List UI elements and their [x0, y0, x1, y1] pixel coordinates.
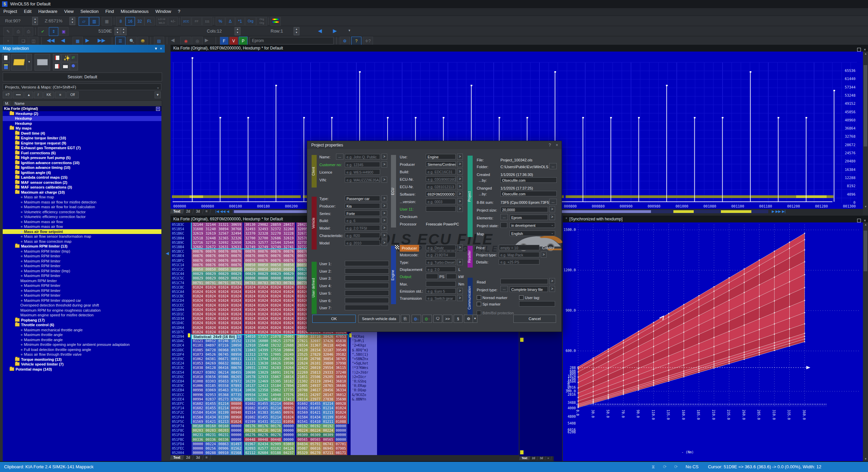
- hex-cell[interactable]: 00876: [244, 258, 257, 263]
- hex-cell[interactable]: 11843: [244, 348, 257, 352]
- hex-row[interactable]: 051E840100803303056530797210239124691530…: [171, 379, 519, 383]
- menu-item-project[interactable]: Project: [0, 8, 20, 15]
- prev-version-button[interactable]: ◀: [171, 37, 175, 43]
- hex-cell[interactable]: 01085: [192, 348, 204, 352]
- hex-cell[interactable]: 01024: [244, 326, 257, 330]
- filter-button-1[interactable]: ••••: [13, 92, 24, 98]
- field-input[interactable]: e.g. 03G906016GN: [426, 176, 456, 182]
- hex-cell[interactable]: 14818: [270, 397, 282, 401]
- size-field[interactable]: 20,0000: [500, 207, 548, 212]
- hex-cell[interactable]: 30130: [244, 222, 257, 227]
- hex-cell[interactable]: 00216: [270, 428, 282, 433]
- settings-dropdown-icon[interactable]: ▼: [473, 315, 477, 323]
- hex-cell[interactable]: 00829: [204, 276, 217, 280]
- filter-button-2[interactable]: ▲: [24, 92, 33, 98]
- hex-cell[interactable]: 01024: [335, 406, 348, 410]
- output-kw-field[interactable]: [446, 274, 456, 279]
- tree-folder-row[interactable]: Maximum air charge (10): [3, 190, 161, 195]
- hex-cell[interactable]: 09832: [244, 397, 257, 401]
- next-value-button[interactable]: >: [381, 161, 387, 168]
- hex-cell[interactable]: 04126: [282, 446, 295, 451]
- original-button[interactable]: Org: [245, 17, 256, 26]
- hex-cell[interactable]: 00448: [270, 437, 282, 442]
- hex-cell[interactable]: 13704: [257, 357, 270, 361]
- hex-cell[interactable]: 01455: [309, 401, 322, 406]
- hex-cell[interactable]: 01024: [204, 303, 217, 308]
- tree-folder-row[interactable]: Engine torque limiter (10): [3, 136, 161, 141]
- hex-cell[interactable]: 03656: [204, 375, 217, 379]
- prev-diff-button[interactable]: ◀: [318, 28, 322, 34]
- hex-cell[interactable]: 25119: [309, 379, 322, 383]
- hex-cell[interactable]: 00808: [282, 276, 295, 280]
- hex-cell[interactable]: 01410: [309, 419, 322, 424]
- hex-cell[interactable]: 01562: [230, 446, 243, 451]
- hex-cell[interactable]: 01569: [192, 419, 204, 424]
- hex-cell[interactable]: 01024: [244, 308, 257, 312]
- settings-icon[interactable]: ⚙: [464, 315, 473, 323]
- hex-cell[interactable]: 29800: [322, 361, 335, 366]
- next-value-button[interactable]: >: [457, 295, 463, 301]
- tree-map-row[interactable]: ✳Maximum RPM limiter (Imp): [3, 249, 161, 254]
- tree-folder-row[interactable]: Lambda control maps (15): [3, 175, 161, 180]
- zoom-spinner[interactable]: ▲▼: [70, 17, 75, 25]
- hex-cell[interactable]: 01024: [217, 308, 230, 312]
- read-next-button[interactable]: >: [549, 278, 555, 284]
- field-input[interactable]: e.g. 0003: [426, 199, 456, 204]
- hex-cell[interactable]: 04728: [204, 348, 217, 352]
- hex-cell[interactable]: 01024: [217, 298, 230, 303]
- save-icon[interactable]: [2, 62, 10, 71]
- hex-cell[interactable]: 20411: [296, 393, 309, 397]
- windows-icon[interactable]: ❏: [19, 37, 28, 45]
- row-field[interactable]: Row:1: [271, 26, 283, 36]
- overview-vscrollbar[interactable]: ▲ ▼: [863, 52, 868, 215]
- hex-cell[interactable]: 00829: [282, 272, 295, 276]
- hex-cell[interactable]: 12302: [257, 393, 270, 397]
- legal-button[interactable]: §: [454, 315, 462, 323]
- hex-cell[interactable]: 01024: [204, 285, 217, 290]
- hex-cell[interactable]: 02112: [244, 451, 257, 455]
- hex-cell[interactable]: 00000: [335, 437, 348, 442]
- hex-cell[interactable]: 01024: [270, 294, 282, 298]
- hex-cell[interactable]: 00910: [217, 451, 230, 455]
- hex-cell[interactable]: 01024: [270, 298, 282, 303]
- hex-cell[interactable]: 00976: [282, 410, 295, 415]
- resize-toggle-button[interactable]: ⇕: [49, 27, 58, 36]
- map-marker-yellow[interactable]: [520, 450, 524, 454]
- hex-cell[interactable]: 01213: [322, 410, 335, 415]
- ff-view-button[interactable]: FF: [192, 17, 202, 26]
- edit-window-button[interactable]: ▤: [154, 37, 164, 45]
- hex-cell[interactable]: 01024: [217, 316, 230, 321]
- sign-button[interactable]: +/-: [168, 17, 178, 26]
- hex-cell[interactable]: 20708: [296, 388, 309, 392]
- hex-cell[interactable]: 01024: [204, 316, 217, 321]
- tree-map-row[interactable]: ✳Mass air flow setpoint: [3, 229, 161, 234]
- download-globe-icon[interactable]: ◍↓: [412, 315, 421, 323]
- hex-cell[interactable]: 01213: [217, 419, 230, 424]
- hex-cell[interactable]: 00850: [192, 267, 204, 272]
- hex-cell[interactable]: 04834: [296, 442, 309, 446]
- hex-cell[interactable]: 00288: [204, 451, 217, 455]
- hex-cell[interactable]: 07972: [230, 379, 243, 383]
- microphone-icon[interactable]: ♆: [3, 37, 13, 45]
- next-value-button[interactable]: >: [381, 203, 387, 209]
- hex-cell[interactable]: 36334: [335, 388, 348, 392]
- hex-cell[interactable]: 00928: [335, 401, 348, 406]
- hex-cell[interactable]: 04897: [204, 343, 217, 348]
- hex-cell[interactable]: 01434: [309, 415, 322, 419]
- dec-view-button[interactable]: 111: [202, 17, 212, 26]
- hex-cell[interactable]: 00800: [230, 401, 243, 406]
- hex-cell[interactable]: 04912: [204, 339, 217, 343]
- hex-cell[interactable]: 28154: [309, 348, 322, 352]
- hex-cell[interactable]: 01199: [217, 415, 230, 419]
- hex-cell[interactable]: 11213: [244, 357, 257, 361]
- field-input[interactable]: e.g. 2.0 TFSI: [345, 225, 380, 231]
- hex-cell[interactable]: 01024: [217, 285, 230, 290]
- hex-cell[interactable]: 01602: [192, 401, 204, 406]
- hex-cell[interactable]: 32619: [204, 231, 217, 236]
- next-value-button[interactable]: >: [457, 259, 463, 265]
- hex-cell[interactable]: 32692: [217, 240, 230, 245]
- field-input[interactable]: [345, 305, 389, 310]
- hex-row[interactable]: 051DDC0108504728069680937611843143991755…: [171, 348, 519, 352]
- hex-cell[interactable]: 01024: [257, 298, 270, 303]
- hex-row[interactable]: 051F740016000160001600000000176001760017…: [171, 424, 519, 428]
